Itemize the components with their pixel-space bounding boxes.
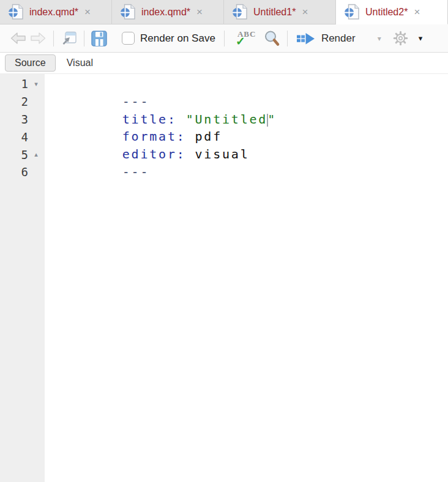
search-icon <box>264 30 280 46</box>
tab-untitled2-active[interactable]: Untitled2* × <box>336 0 448 24</box>
gutter-row: 3 <box>0 111 45 128</box>
forward-button[interactable] <box>30 32 47 45</box>
yaml-string-value: "Untitled <box>186 112 268 127</box>
check-icon: ✓ <box>236 34 245 48</box>
line-number: 1 <box>0 77 28 91</box>
find-button[interactable] <box>264 30 280 46</box>
more-options-caret-icon[interactable]: ▾ <box>419 34 423 43</box>
line-number: 5 <box>0 148 28 161</box>
gear-icon <box>393 31 408 46</box>
quarto-file-icon <box>120 3 136 21</box>
toolbar-separator <box>53 31 54 46</box>
editor-tab-bar: index.qmd* × index.qmd* × <box>0 0 448 24</box>
render-button[interactable]: Render <box>296 32 356 45</box>
toolbar-separator <box>224 31 225 46</box>
editor-mode-toggle: Source Visual <box>0 53 448 74</box>
tab-label: index.qmd* <box>29 7 78 18</box>
back-arrow-icon <box>10 32 26 45</box>
line-number: 3 <box>0 113 28 126</box>
yaml-value: pdf <box>186 129 222 144</box>
spellcheck-button[interactable]: ABC ✓ <box>233 29 258 48</box>
code-content[interactable]: --- title: "Untitled" format: pdf editor… <box>45 74 448 482</box>
line-number: 6 <box>0 165 28 179</box>
back-button[interactable] <box>10 32 26 45</box>
yaml-key: format: <box>122 129 186 144</box>
mode-source-button[interactable]: Source <box>5 54 56 72</box>
forward-arrow-icon <box>30 32 47 45</box>
close-icon[interactable]: × <box>414 7 420 17</box>
code-line: --- <box>50 75 448 93</box>
fold-open-icon[interactable]: ▾ <box>28 80 44 88</box>
close-icon[interactable]: × <box>196 7 203 17</box>
render-label: Render <box>321 32 356 45</box>
quarto-file-icon <box>8 3 24 21</box>
settings-button[interactable] <box>393 31 408 46</box>
editor-toolbar: Render on Save ABC ✓ Render ▾ <box>0 24 448 53</box>
tab-untitled1[interactable]: Untitled1* × <box>224 0 336 24</box>
mode-visual-button[interactable]: Visual <box>58 55 102 71</box>
tab-index-qmd-2[interactable]: index.qmd* × <box>112 0 224 24</box>
render-on-save-label: Render on Save <box>140 32 215 45</box>
quarto-file-icon <box>344 3 360 21</box>
line-number: 2 <box>0 95 28 108</box>
gutter-row: 2 <box>0 93 45 111</box>
fold-close-icon[interactable]: ▴ <box>28 150 44 158</box>
yaml-delimiter: --- <box>122 94 150 109</box>
render-icon <box>296 32 316 45</box>
gutter-row: 1 ▾ <box>0 75 45 93</box>
yaml-key: title: <box>122 112 177 127</box>
code-editor[interactable]: 1 ▾ 2 3 4 5 ▴ 6 <box>0 74 448 482</box>
line-number-gutter: 1 ▾ 2 3 4 5 ▴ 6 <box>0 74 45 482</box>
open-in-new-window-button[interactable] <box>61 31 77 46</box>
gutter-row: 6 <box>0 163 45 181</box>
tab-label: Untitled2* <box>365 7 408 18</box>
yaml-string-value: " <box>267 112 277 127</box>
tab-label: Untitled1* <box>253 7 296 18</box>
yaml-key: editor: <box>122 147 186 161</box>
toolbar-separator <box>287 31 288 46</box>
tab-label: index.qmd* <box>141 7 190 18</box>
rstudio-source-pane: index.qmd* × index.qmd* × <box>0 0 448 482</box>
line-number: 4 <box>0 130 28 144</box>
tab-index-qmd-1[interactable]: index.qmd* × <box>0 0 112 24</box>
yaml-value: visual <box>186 147 250 161</box>
gutter-row: 5 ▴ <box>0 146 45 163</box>
save-button[interactable] <box>91 31 107 46</box>
toolbar-separator <box>84 31 84 46</box>
close-icon[interactable]: × <box>302 7 308 17</box>
popup-window-icon <box>61 31 77 46</box>
save-icon <box>91 31 107 46</box>
render-dropdown-caret-icon[interactable]: ▾ <box>378 34 381 43</box>
quarto-file-icon <box>232 3 248 21</box>
render-on-save-checkbox[interactable] <box>122 32 135 45</box>
gutter-row: 4 <box>0 128 45 146</box>
close-icon[interactable]: × <box>84 7 91 17</box>
yaml-delimiter: --- <box>122 165 150 179</box>
